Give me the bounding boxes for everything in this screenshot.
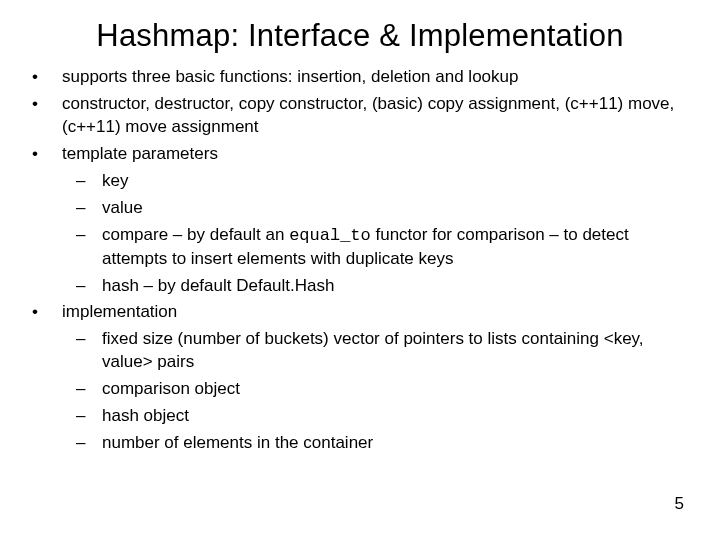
list-item: compare – by default an equal_to functor…	[62, 224, 692, 271]
list-item: hash object	[62, 405, 692, 428]
list-item: hash – by default Default.Hash	[62, 275, 692, 298]
list-item: fixed size (number of buckets) vector of…	[62, 328, 692, 374]
list-item: comparison object	[62, 378, 692, 401]
bullet-text: number of elements in the container	[102, 433, 373, 452]
page-number: 5	[675, 494, 684, 514]
list-item: number of elements in the container	[62, 432, 692, 455]
list-item: key	[62, 170, 692, 193]
list-item: template parameters key value compare – …	[28, 143, 692, 298]
bullet-text: supports three basic functions: insertio…	[62, 67, 518, 86]
bullet-text: key	[102, 171, 128, 190]
list-item: constructor, destructor, copy constructo…	[28, 93, 692, 139]
bullet-text: compare – by default an	[102, 225, 289, 244]
sub-list: key value compare – by default an equal_…	[62, 170, 692, 298]
list-item: supports three basic functions: insertio…	[28, 66, 692, 89]
bullet-text: implementation	[62, 302, 177, 321]
bullet-text: value	[102, 198, 143, 217]
bullet-text: hash object	[102, 406, 189, 425]
bullet-list: supports three basic functions: insertio…	[28, 66, 692, 455]
list-item: value	[62, 197, 692, 220]
bullet-text: template parameters	[62, 144, 218, 163]
bullet-text: fixed size (number of buckets) vector of…	[102, 329, 644, 371]
bullet-text: constructor, destructor, copy constructo…	[62, 94, 674, 136]
code-text: equal_to	[289, 226, 371, 245]
slide-title: Hashmap: Interface & Implementation	[28, 18, 692, 54]
bullet-text: comparison object	[102, 379, 240, 398]
bullet-text: hash – by default Default.Hash	[102, 276, 334, 295]
list-item: implementation fixed size (number of buc…	[28, 301, 692, 455]
sub-list: fixed size (number of buckets) vector of…	[62, 328, 692, 455]
slide: Hashmap: Interface & Implementation supp…	[0, 0, 720, 540]
